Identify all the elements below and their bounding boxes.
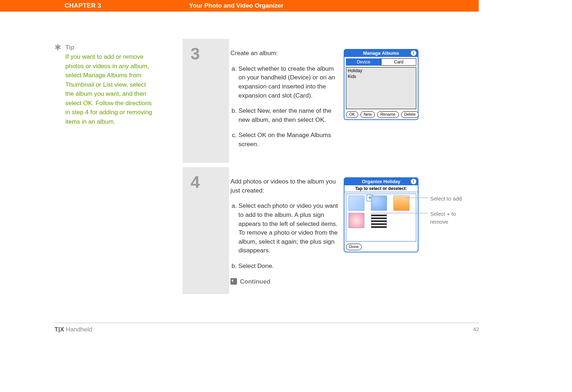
palm-manage-albums: Manage Albumsi Device Card Holiday Kids (344, 49, 418, 120)
delete-button[interactable]: Delete (401, 111, 419, 118)
tab-device[interactable]: Device (346, 58, 381, 66)
thumbnail[interactable] (348, 195, 364, 211)
step4-lead: Add photos or videos to the album you ju… (230, 177, 339, 195)
album-item-holiday[interactable]: Holiday (348, 68, 414, 74)
palm-subtitle: Tap to select or deselect: (344, 185, 418, 192)
step-3: 3 Create an album: Select whether to cre… (183, 39, 473, 163)
palm-organize-holiday: Organize Holidayi Tap to select or desel… (344, 177, 418, 252)
album-list[interactable]: Holiday Kids (346, 67, 416, 109)
info-icon[interactable]: i (411, 179, 416, 184)
ok-button[interactable]: OK (346, 111, 358, 118)
tip-label: Tip (65, 44, 74, 51)
tab-card[interactable]: Card (381, 58, 416, 66)
callout-select-to-remove: Select + to remove (430, 210, 466, 226)
album-item-kids[interactable]: Kids (348, 74, 414, 80)
step-number: 3 (191, 45, 229, 62)
callout-line (373, 213, 428, 213)
tip-body: If you want to add or remove photos or v… (65, 52, 156, 126)
step3-c: Select OK on the Manage Albums screen. (238, 131, 339, 149)
thumbnail[interactable] (371, 213, 387, 228)
new-button[interactable]: New (360, 111, 375, 118)
step4-a: Select each photo or video you want to a… (238, 202, 339, 255)
info-icon[interactable]: i (411, 50, 416, 56)
thumbnail[interactable] (371, 195, 387, 211)
done-button[interactable]: Done (346, 244, 362, 250)
palm-title: Organize Holiday (362, 179, 400, 184)
step-4: 4 Add photos or videos to the album you … (183, 167, 473, 294)
chapter-header: CHAPTER 3 Your Photo and Video Organizer (0, 0, 479, 12)
thumbnail-grid: + (346, 194, 416, 242)
step3-b: Select New, enter the name of the new al… (238, 107, 339, 124)
palm-title: Manage Albums (363, 50, 399, 56)
page-footer: T|X Handheld 42 (54, 323, 479, 333)
continued-arrow-icon (230, 278, 237, 285)
thumbnail[interactable] (348, 213, 364, 228)
callout-line (405, 198, 428, 198)
continued-label: Continued (240, 278, 270, 285)
rename-button[interactable]: Rename (377, 111, 399, 118)
callout-select-to-add: Select to add (430, 195, 462, 203)
product-name: T|X Handheld (54, 326, 92, 333)
step3-a: Select whether to create the album on yo… (238, 65, 339, 100)
continued-row: Continued (230, 277, 339, 286)
step-number: 4 (191, 174, 229, 190)
chapter-title: Your Photo and Video Organizer (189, 2, 283, 9)
step4-b: Select Done. (238, 262, 339, 271)
asterisk-icon: ✱ (54, 43, 61, 52)
step3-lead: Create an album: (230, 49, 339, 58)
chapter-label: CHAPTER 3 (65, 2, 101, 9)
page-number: 42 (473, 326, 479, 332)
